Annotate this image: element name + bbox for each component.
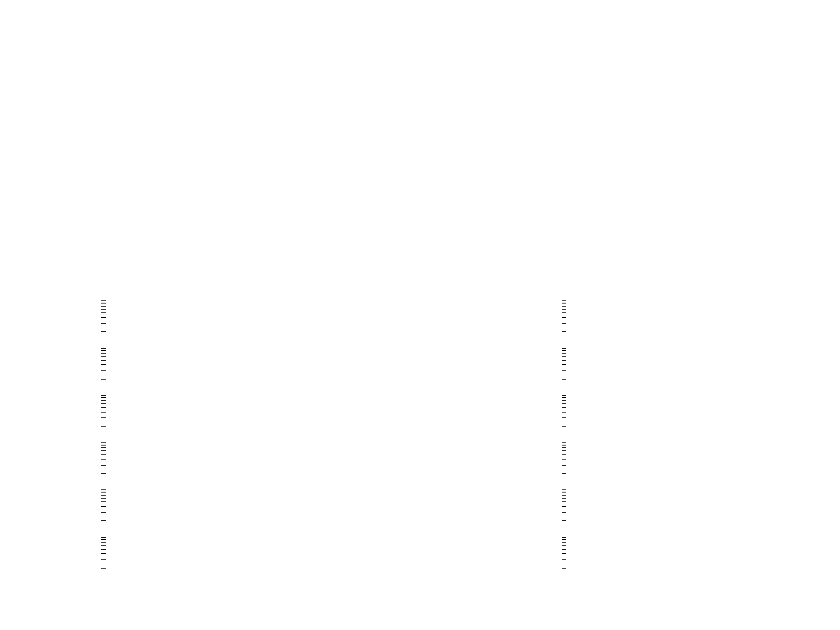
plot-svg	[0, 0, 840, 630]
screenshot-root	[0, 0, 840, 630]
goes-y-axis-label	[26, 390, 40, 474]
